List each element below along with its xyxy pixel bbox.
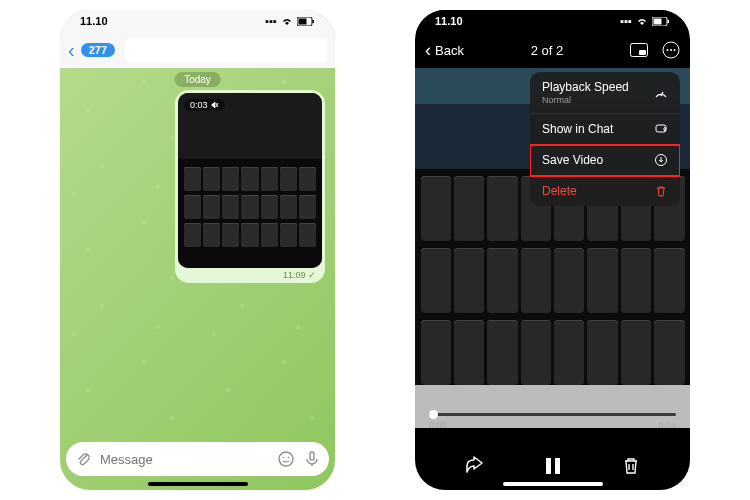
chat-title-placeholder xyxy=(125,38,327,62)
media-counter: 2 of 2 xyxy=(531,43,564,58)
svg-rect-18 xyxy=(546,458,551,474)
chevron-left-icon: ‹ xyxy=(425,40,431,61)
menu-playback-speed[interactable]: Playback Speed Normal xyxy=(530,72,680,114)
battery-icon xyxy=(652,17,670,26)
chat-header: ‹ 277 xyxy=(60,32,335,68)
media-viewer-screen: 11.10 ▪▪▪ ‹ Back 2 of 2 xyxy=(415,10,690,490)
back-button[interactable]: ‹ Back xyxy=(425,40,464,61)
sticker-icon[interactable] xyxy=(277,450,295,468)
chat-body[interactable]: Today 0:03 11:09 ✓ xyxy=(60,68,335,438)
svg-rect-2 xyxy=(313,20,315,23)
scrubber-track[interactable] xyxy=(429,413,676,416)
pause-button[interactable] xyxy=(544,456,562,476)
svg-point-5 xyxy=(288,457,290,459)
signal-icon: ▪▪▪ xyxy=(620,15,632,27)
svg-point-13 xyxy=(667,49,669,51)
unread-count-badge[interactable]: 277 xyxy=(81,43,115,57)
trash-button[interactable] xyxy=(621,456,641,476)
outgoing-video-message[interactable]: 0:03 11:09 ✓ xyxy=(175,90,325,283)
video-duration-badge: 0:03 xyxy=(184,99,225,111)
video-thumbnail[interactable]: 0:03 xyxy=(178,93,322,268)
download-icon xyxy=(654,153,668,167)
svg-point-14 xyxy=(670,49,672,51)
home-indicator[interactable] xyxy=(148,482,248,486)
status-indicators: ▪▪▪ xyxy=(620,15,670,27)
media-area[interactable]: Playback Speed Normal Show in Chat Save … xyxy=(415,68,690,428)
more-icon[interactable] xyxy=(662,41,680,59)
svg-point-15 xyxy=(674,49,676,51)
wifi-icon xyxy=(636,17,648,26)
share-icon[interactable] xyxy=(464,456,486,476)
keyboard-image xyxy=(178,93,322,268)
attachment-icon[interactable] xyxy=(74,450,92,468)
message-input-bar xyxy=(66,442,329,476)
scrubber-thumb[interactable] xyxy=(429,410,438,419)
back-chevron-icon[interactable]: ‹ xyxy=(68,39,75,62)
signal-icon: ▪▪▪ xyxy=(265,15,277,27)
scrub-start-time: 0:00 xyxy=(429,420,447,430)
svg-rect-1 xyxy=(299,18,307,24)
menu-save-video[interactable]: Save Video xyxy=(530,145,680,176)
scrub-end-time: 0:04 xyxy=(658,420,676,430)
status-indicators: ▪▪▪ xyxy=(265,15,315,27)
context-menu: Playback Speed Normal Show in Chat Save … xyxy=(530,72,680,206)
status-time: 11.10 xyxy=(80,15,108,27)
wifi-icon xyxy=(281,17,293,26)
svg-point-4 xyxy=(283,457,285,459)
svg-rect-6 xyxy=(310,452,314,460)
date-separator: Today xyxy=(174,72,221,87)
svg-rect-9 xyxy=(668,20,670,23)
media-toolbar xyxy=(415,456,690,476)
svg-rect-8 xyxy=(654,18,662,24)
status-bar: 11.10 ▪▪▪ xyxy=(415,10,690,32)
mute-icon xyxy=(211,101,219,109)
svg-rect-11 xyxy=(639,50,646,55)
menu-delete[interactable]: Delete xyxy=(530,176,680,206)
status-time: 11.10 xyxy=(435,15,463,27)
gauge-icon xyxy=(654,86,668,100)
trash-icon xyxy=(654,184,668,198)
battery-icon xyxy=(297,17,315,26)
back-label: Back xyxy=(435,43,464,58)
video-scrubber[interactable]: 0:00 0:04 xyxy=(429,413,676,430)
goto-message-icon xyxy=(654,122,668,136)
home-indicator[interactable] xyxy=(503,482,603,486)
telegram-chat-screen: 11.10 ▪▪▪ ‹ 277 Today xyxy=(60,10,335,490)
status-bar: 11.10 ▪▪▪ xyxy=(60,10,335,32)
message-timestamp: 11:09 ✓ xyxy=(178,268,322,280)
media-viewer-header: ‹ Back 2 of 2 xyxy=(415,32,690,68)
menu-show-in-chat[interactable]: Show in Chat xyxy=(530,114,680,145)
pip-icon[interactable] xyxy=(630,43,648,57)
message-input[interactable] xyxy=(100,452,269,467)
svg-rect-19 xyxy=(555,458,560,474)
svg-point-3 xyxy=(279,452,293,466)
microphone-icon[interactable] xyxy=(303,450,321,468)
